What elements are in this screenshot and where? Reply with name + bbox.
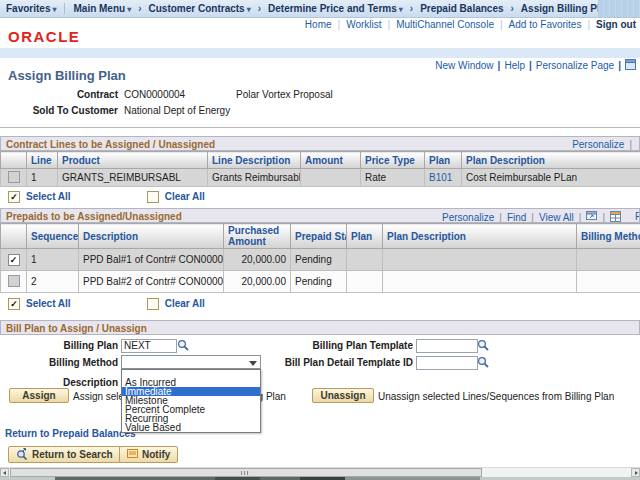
bill-plan-detail-template-input[interactable] <box>416 356 478 370</box>
select-all-checkbox[interactable]: ✓ <box>8 298 20 310</box>
sold-to-row: Sold To Customer National Dept of Energy <box>0 105 230 118</box>
plan-link[interactable]: B101 <box>429 172 452 183</box>
find-link[interactable]: Find <box>507 212 526 223</box>
billing-method-select[interactable] <box>121 355 261 369</box>
table-row: ✓ 1 PPD Bal#1 of Contr# CON0000004 20,00… <box>1 249 640 271</box>
column-header-amount[interactable]: Amount <box>301 152 361 169</box>
billing-plan-input[interactable]: NEXT <box>121 339 177 353</box>
billing-plan-template-label: Billing Plan Template <box>265 340 413 351</box>
personalize-link[interactable]: Personalize <box>572 139 624 150</box>
oracle-logo: ORACLE <box>8 28 80 45</box>
personalize-page-link[interactable]: Personalize Page <box>536 60 614 71</box>
lookup-icon[interactable] <box>177 339 190 354</box>
home-link[interactable]: Home <box>305 19 332 30</box>
select-all-checkbox[interactable]: ✓ <box>8 191 20 203</box>
personalize-link[interactable]: Personalize <box>442 212 494 223</box>
select-all-label[interactable]: Select All <box>26 191 71 202</box>
select-column-header <box>1 224 27 249</box>
clear-all-checkbox[interactable] <box>147 298 159 310</box>
row-checkbox[interactable] <box>8 275 20 287</box>
breadcrumb-determine-price-terms[interactable]: Determine Price and Terms▾ <box>262 3 409 14</box>
clear-all-label[interactable]: Clear All <box>165 191 205 202</box>
return-to-prepaid-balances-link[interactable]: Return to Prepaid Balances <box>5 428 136 439</box>
return-to-search-button[interactable]: Return to Search <box>8 446 121 463</box>
cell-prepaid-status: Pending <box>291 271 347 293</box>
column-header-product[interactable]: Product <box>58 152 208 169</box>
column-header-purchased-amount[interactable]: Purchased Amount <box>224 224 291 249</box>
cell-plan <box>347 249 383 271</box>
column-header-plan[interactable]: Plan <box>347 224 383 249</box>
zoom-grid-icon[interactable] <box>586 211 597 223</box>
scroll-right-button[interactable] <box>631 468 640 477</box>
page-title: Assign Billing Plan <box>8 68 126 83</box>
main-menu[interactable]: Main Menu▾ <box>67 3 137 14</box>
sign-out-link[interactable]: Sign out <box>596 19 636 30</box>
view-all-link[interactable]: View All <box>539 212 574 223</box>
clear-all-checkbox[interactable] <box>147 191 159 203</box>
download-grid-icon[interactable] <box>610 211 621 223</box>
column-header-billing-method[interactable]: Billing Method <box>577 224 640 249</box>
window-grid-icon[interactable] <box>625 59 636 72</box>
column-header-price-type[interactable]: Price Type <box>361 152 425 169</box>
clear-all-label[interactable]: Clear All <box>165 298 205 309</box>
horizontal-scrollbar[interactable] <box>0 467 640 477</box>
search-return-icon <box>16 448 28 462</box>
divider: | <box>499 212 502 223</box>
lookup-icon[interactable] <box>477 339 490 354</box>
billing-plan-template-input[interactable] <box>416 339 478 353</box>
favorites-menu[interactable]: Favorites▾ <box>0 3 62 14</box>
contract-lines-title: Contract Lines to be Assigned / Unassign… <box>6 139 215 150</box>
column-header-line-description[interactable]: Line Description <box>208 152 301 169</box>
divider: | <box>498 60 501 71</box>
notify-icon <box>127 448 138 461</box>
new-window-link[interactable]: New Window <box>435 60 493 71</box>
divider: | <box>388 19 391 30</box>
select-all-label[interactable]: Select All <box>26 298 71 309</box>
multichannel-console-link[interactable]: MultiChannel Console <box>396 19 494 30</box>
cell-plan <box>347 271 383 293</box>
assign-button[interactable]: Assign <box>9 388 69 403</box>
breadcrumb-prepaid-balances[interactable]: Prepaid Balances <box>414 3 509 14</box>
contract-lines-table: Line Product Line Description Amount Pri… <box>0 151 640 187</box>
column-header-plan-description[interactable]: Plan Description <box>462 152 640 169</box>
contract-lines-section-header: Contract Lines to be Assigned / Unassign… <box>0 136 640 151</box>
chevron-down-icon: ▾ <box>127 5 131 14</box>
breadcrumb-customer-contracts[interactable]: Customer Contracts▾ <box>143 3 257 14</box>
contract-lines-links: Personalize | <box>572 139 632 150</box>
divider: | <box>587 19 590 30</box>
column-header-description[interactable]: Description <box>79 224 224 249</box>
notify-button[interactable]: Notify <box>119 446 178 463</box>
divider <box>0 127 640 131</box>
scrollbar-thumb[interactable] <box>10 468 482 477</box>
add-to-favorites-link[interactable]: Add to Favorites <box>509 19 582 30</box>
column-header-sequence[interactable]: Sequence <box>27 224 79 249</box>
sold-to-customer-label: Sold To Customer <box>0 105 118 118</box>
row-checkbox <box>8 171 20 183</box>
dropdown-option-value-based[interactable]: Value Based <box>122 423 260 432</box>
divider: | <box>531 212 534 223</box>
chevron-down-icon: ▾ <box>52 5 56 14</box>
billing-method-dropdown-list: As Incurred Immediate Milestone Percent … <box>121 369 261 433</box>
prepaids-links: Personalize | Find | View All | | <box>442 211 621 223</box>
divider: | <box>602 212 605 223</box>
column-header-plan-description[interactable]: Plan Description <box>383 224 577 249</box>
header-band <box>0 48 640 58</box>
worklist-link[interactable]: Worklist <box>346 19 381 30</box>
divider: | <box>579 212 582 223</box>
unassign-button[interactable]: Unassign <box>312 388 374 403</box>
column-header-prepaid-status[interactable]: Prepaid Status <box>291 224 347 249</box>
lookup-icon[interactable] <box>477 356 490 371</box>
chevron-down-icon: ▾ <box>247 5 251 14</box>
first-link[interactable]: First <box>635 211 640 222</box>
help-link[interactable]: Help <box>504 60 525 71</box>
scroll-left-button[interactable] <box>0 468 9 477</box>
row-checkbox[interactable]: ✓ <box>8 254 20 266</box>
chevron-down-icon: ▾ <box>399 5 403 14</box>
select-column-header <box>1 152 27 169</box>
column-header-plan[interactable]: Plan <box>425 152 462 169</box>
column-header-line[interactable]: Line <box>27 152 58 169</box>
prepaids-select-controls: ✓ Select All Clear All <box>8 297 205 310</box>
unassign-hint: Unassign selected Lines/Sequences from B… <box>378 391 614 402</box>
cell-line: 1 <box>27 169 58 187</box>
cell-prepaid-status: Pending <box>291 249 347 271</box>
